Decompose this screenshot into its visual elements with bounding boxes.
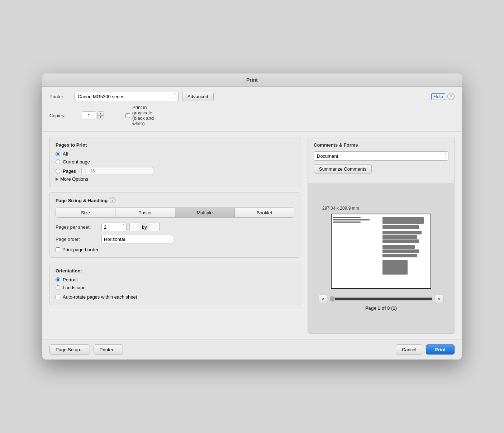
landscape-radio[interactable]: [56, 285, 60, 290]
auto-rotate-row: Auto-rotate pages within each sheet: [56, 294, 294, 300]
help-area: Help ?: [431, 93, 455, 100]
poster-tab[interactable]: Poster: [115, 208, 175, 218]
preview-left-col: [332, 214, 380, 288]
copies-up-button[interactable]: ▲: [98, 112, 104, 116]
slider-row: < >: [315, 295, 447, 303]
pages-range-row: Pages: [56, 167, 294, 175]
grayscale-label: Print in grayscale (black and white): [132, 105, 157, 126]
preview-block: [382, 245, 415, 249]
pages-range-radio[interactable]: [56, 169, 60, 173]
page-order-label: Page order:: [56, 237, 99, 242]
print-border-label: Print page border: [62, 247, 98, 252]
page-sizing-section: Page Sizing & Handling i Size Poster Mul…: [49, 192, 300, 258]
portrait-label: Portrait: [63, 277, 78, 282]
preview-block: [382, 235, 417, 239]
info-circle-icon[interactable]: i: [110, 198, 115, 203]
prev-page-button[interactable]: <: [319, 295, 327, 303]
preview-right-col: [380, 214, 431, 288]
pages-range-label: Pages: [63, 168, 76, 174]
pages-per-sheet-label: Pages per sheet:: [56, 224, 99, 230]
pages-to-print-title: Pages to Print: [56, 142, 294, 148]
sizing-tabs: Size Poster Multiple Booklet: [56, 208, 294, 218]
size-tab[interactable]: Size: [56, 208, 115, 218]
preview-line: [333, 217, 361, 218]
printer-button[interactable]: Printer...: [94, 344, 123, 355]
comments-forms-section: Comments & Forms Document Document and M…: [308, 137, 454, 179]
copies-input[interactable]: [82, 111, 96, 119]
current-page-label: Current page: [63, 159, 90, 165]
preview-line: [333, 222, 361, 223]
preview-block: [382, 254, 417, 257]
printer-select[interactable]: Canon MG5300 series: [75, 92, 179, 101]
copies-stepper: ▲ ▼: [98, 111, 104, 119]
pages-radio-group: All Current page Pages: [56, 151, 294, 175]
all-pages-radio[interactable]: [56, 152, 60, 156]
advanced-button[interactable]: Advanced: [182, 92, 214, 101]
dialog-title: Print: [246, 77, 258, 83]
print-border-row: Print page border: [56, 247, 294, 252]
next-page-button[interactable]: >: [435, 295, 443, 303]
bottom-right-buttons: Cancel Print: [396, 344, 455, 355]
help-link[interactable]: Help: [431, 93, 445, 100]
by-label: by: [142, 224, 147, 230]
page-sizing-title-row: Page Sizing & Handling i: [56, 198, 294, 203]
page-slider[interactable]: [329, 296, 433, 302]
page-sizing-title: Page Sizing & Handling: [56, 198, 108, 203]
orientation-radio-group: Portrait Landscape Auto-rotate pages wit…: [56, 277, 294, 300]
summarize-comments-button[interactable]: Summarize Comments: [314, 164, 372, 173]
preview-block: [382, 249, 419, 253]
right-panel: Comments & Forms Document Document and M…: [308, 137, 455, 334]
left-panel: Pages to Print All Current page Pages: [49, 137, 300, 334]
by-rows-input[interactable]: [149, 223, 160, 231]
multiple-tab[interactable]: Multiple: [175, 208, 235, 218]
pages-range-input[interactable]: [81, 167, 153, 175]
preview-area: 297,04 x 209,9 mm: [308, 183, 454, 333]
current-page-row: Current page: [56, 159, 294, 165]
booklet-tab[interactable]: Booklet: [235, 208, 294, 218]
copies-down-button[interactable]: ▼: [98, 116, 104, 119]
preview-line: [333, 219, 370, 220]
bottom-bar: Page Setup... Printer... Cancel Print: [42, 339, 462, 360]
print-button[interactable]: Print: [426, 344, 455, 355]
comments-forms-select[interactable]: Document Document and Markups Document a…: [314, 151, 448, 161]
orientation-title: Orientation:: [56, 268, 294, 273]
preview-block: [382, 260, 408, 275]
main-content: Pages to Print All Current page Pages: [42, 132, 462, 339]
printer-label: Printer:: [49, 94, 75, 99]
top-section: Printer: Canon MG5300 series Advanced He…: [42, 87, 462, 132]
orientation-section: Orientation: Portrait Landscape Auto-rot…: [49, 263, 300, 305]
by-cols-input[interactable]: [129, 223, 140, 231]
more-options-triangle-icon: [56, 177, 58, 181]
pages-per-sheet-row: Pages per sheet: 2 4 6 9 16 by: [56, 223, 294, 231]
by-inputs: by: [129, 223, 160, 231]
portrait-row: Portrait: [56, 277, 294, 282]
preview-page: [331, 214, 431, 289]
page-setup-button[interactable]: Page Setup...: [49, 344, 90, 355]
current-page-radio[interactable]: [56, 160, 60, 164]
title-bar: Print: [42, 73, 462, 87]
right-panel-inner: Comments & Forms Document Document and M…: [308, 137, 455, 334]
pages-per-sheet-select[interactable]: 2 4 6 9 16: [101, 223, 127, 231]
pages-to-print-section: Pages to Print All Current page Pages: [49, 137, 300, 187]
page-order-select[interactable]: Horizontal Horizontal Reversed Vertical …: [101, 235, 173, 243]
preview-block: [382, 231, 422, 234]
print-dialog: Print Printer: Canon MG5300 series Advan…: [42, 73, 462, 360]
all-pages-label: All: [63, 151, 68, 157]
preview-block: [382, 217, 424, 224]
portrait-radio[interactable]: [56, 277, 60, 282]
more-options-row[interactable]: More Options: [56, 176, 294, 182]
help-circle-icon[interactable]: ?: [447, 93, 455, 100]
auto-rotate-checkbox[interactable]: [56, 295, 60, 299]
copies-label: Copies:: [49, 113, 75, 118]
auto-rotate-label: Auto-rotate pages within each sheet: [63, 294, 137, 300]
all-pages-row: All: [56, 151, 294, 157]
print-border-checkbox[interactable]: [56, 247, 60, 252]
comments-forms-title: Comments & Forms: [314, 142, 448, 148]
cancel-button[interactable]: Cancel: [396, 344, 422, 355]
preview-dimensions: 297,04 x 209,9 mm: [322, 206, 359, 211]
preview-block: [382, 239, 419, 243]
comments-select-wrap: Document Document and Markups Document a…: [314, 151, 448, 161]
bottom-left-buttons: Page Setup... Printer...: [49, 344, 123, 355]
page-info: Page 1 of 8 (1): [365, 305, 397, 311]
grayscale-checkbox[interactable]: [125, 113, 130, 118]
